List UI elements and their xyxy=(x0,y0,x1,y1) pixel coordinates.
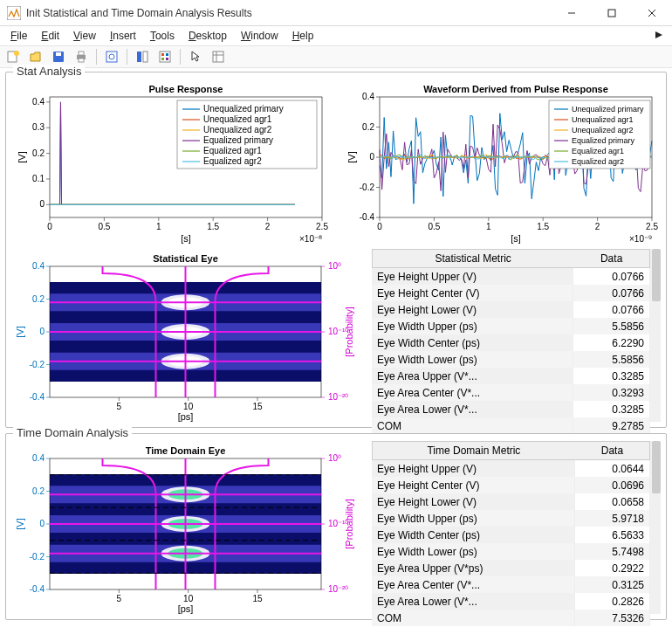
table-row[interactable]: Eye Height Center (V)0.0766 xyxy=(372,285,650,301)
time-table-scrollbar[interactable] xyxy=(652,441,661,493)
statistical-metrics-table[interactable]: Statistical Metric Data Eye Height Upper… xyxy=(372,249,661,422)
table-row[interactable]: Eye Height Lower (V)0.0658 xyxy=(372,493,650,510)
new-figure-icon[interactable] xyxy=(3,47,23,66)
svg-text:-0.2: -0.2 xyxy=(30,552,45,562)
pulse-response-chart[interactable]: Pulse Response[V][s]×10⁻⁸00.511.522.500.… xyxy=(11,79,334,247)
table-row[interactable]: Eye Width Upper (ps)5.9718 xyxy=(372,510,650,527)
stat-table-header-data[interactable]: Data xyxy=(573,249,650,268)
svg-rect-17 xyxy=(161,53,164,56)
svg-text:Equalized primary: Equalized primary xyxy=(203,135,273,145)
svg-text:-0.4: -0.4 xyxy=(360,212,375,222)
table-row[interactable]: Eye Width Lower (ps)5.5856 xyxy=(372,351,650,368)
svg-rect-16 xyxy=(160,52,170,62)
svg-text:Unequalized agr2: Unequalized agr2 xyxy=(203,125,272,134)
svg-text:[s]: [s] xyxy=(511,233,521,244)
svg-text:0.5: 0.5 xyxy=(428,222,440,231)
window-title: Init Statistical and Time Domain Analysi… xyxy=(26,7,552,19)
menu-window[interactable]: Window xyxy=(234,28,285,44)
svg-text:0: 0 xyxy=(39,199,45,209)
svg-text:[ps]: [ps] xyxy=(178,411,194,422)
svg-rect-15 xyxy=(143,52,147,62)
svg-rect-11 xyxy=(79,59,84,62)
svg-text:0: 0 xyxy=(39,519,45,528)
svg-text:Equalized agr2: Equalized agr2 xyxy=(572,157,624,166)
time-table-header-metric[interactable]: Time Domain Metric xyxy=(372,441,575,460)
svg-rect-21 xyxy=(213,52,223,62)
table-row[interactable]: Eye Width Center (ps)6.5633 xyxy=(372,527,650,543)
table-row[interactable]: Eye Area Lower (V*...0.3285 xyxy=(372,401,650,417)
svg-text:×10⁻⁹: ×10⁻⁹ xyxy=(629,234,652,244)
table-row[interactable]: Eye Height Lower (V)0.0766 xyxy=(372,301,650,318)
stat-table-scrollbar[interactable] xyxy=(652,249,661,301)
table-row[interactable]: Eye Area Lower (V*...0.2826 xyxy=(372,593,650,610)
svg-text:Equalized agr1: Equalized agr1 xyxy=(203,146,262,155)
svg-text:[V]: [V] xyxy=(346,151,357,162)
open-icon[interactable] xyxy=(26,47,45,66)
svg-text:Equalized primary: Equalized primary xyxy=(572,136,635,145)
svg-text:1: 1 xyxy=(156,222,161,231)
stat-analysis-title: Stat Analysis xyxy=(13,65,85,78)
svg-point-6 xyxy=(14,51,19,56)
table-row[interactable]: Eye Height Upper (V)0.0766 xyxy=(372,268,650,285)
save-icon[interactable] xyxy=(49,47,68,66)
svg-text:[ps]: [ps] xyxy=(178,603,194,614)
svg-text:10: 10 xyxy=(183,594,194,603)
time-domain-analysis-panel: Time Domain Analysis Time Domain Eye[V]-… xyxy=(5,433,667,620)
print-icon[interactable] xyxy=(72,47,91,66)
table-row[interactable]: Eye Area Upper (V*...0.3285 xyxy=(372,368,650,384)
svg-rect-12 xyxy=(106,52,117,62)
svg-rect-19 xyxy=(161,58,164,60)
menu-tools[interactable]: Tools xyxy=(143,28,182,44)
time-table-header-data[interactable]: Data xyxy=(575,441,650,460)
close-button[interactable] xyxy=(632,0,672,26)
menu-insert[interactable]: Insert xyxy=(103,28,143,44)
menu-file[interactable]: File xyxy=(3,28,34,44)
menu-desktop[interactable]: Desktop xyxy=(182,28,234,44)
waveform-chart[interactable]: Waveform Derived from Pulse Response[V][… xyxy=(341,79,664,247)
menu-edit[interactable]: Edit xyxy=(34,28,66,44)
statistical-eye-chart[interactable]: Statistical Eye[V]-0.4-0.200.20.4[Probab… xyxy=(11,249,365,422)
app-icon xyxy=(7,6,21,20)
svg-text:-0.2: -0.2 xyxy=(30,360,45,369)
plot-browser-icon[interactable] xyxy=(155,47,175,66)
table-row[interactable]: Eye Width Lower (ps)5.7498 xyxy=(372,543,650,560)
svg-rect-14 xyxy=(137,52,141,62)
svg-text:15: 15 xyxy=(252,402,263,411)
table-row[interactable]: COM7.5326 xyxy=(372,610,650,626)
svg-text:0.5: 0.5 xyxy=(98,222,110,231)
table-row[interactable]: Eye Width Center (ps)6.2290 xyxy=(372,334,650,351)
svg-text:2.5: 2.5 xyxy=(646,222,658,231)
svg-text:×10⁻⁸: ×10⁻⁸ xyxy=(299,234,322,244)
inspect-icon[interactable] xyxy=(209,47,228,66)
pointer-icon[interactable] xyxy=(186,47,205,66)
svg-text:10⁻²⁰: 10⁻²⁰ xyxy=(328,584,348,594)
menu-overflow-icon[interactable] xyxy=(649,28,669,44)
svg-rect-8 xyxy=(56,52,61,56)
svg-text:Waveform Derived from Pulse Re: Waveform Derived from Pulse Response xyxy=(423,84,608,94)
svg-text:10: 10 xyxy=(183,402,194,411)
menu-view[interactable]: View xyxy=(66,28,103,44)
table-row[interactable]: Eye Height Center (V)0.0696 xyxy=(372,477,650,493)
figure-palette-icon[interactable] xyxy=(133,47,152,66)
svg-rect-18 xyxy=(166,53,168,56)
table-row[interactable]: Eye Area Center (V*...0.3293 xyxy=(372,384,650,401)
time-domain-eye-chart[interactable]: Time Domain Eye[V]-0.4-0.200.20.4[Probab… xyxy=(11,441,365,614)
stat-table-header-metric[interactable]: Statistical Metric xyxy=(372,249,573,268)
time-domain-metrics-table[interactable]: Time Domain Metric Data Eye Height Upper… xyxy=(372,441,661,614)
svg-text:0.4: 0.4 xyxy=(32,453,45,463)
svg-text:10⁰: 10⁰ xyxy=(328,261,341,271)
table-row[interactable]: Eye Area Center (V*...0.3125 xyxy=(372,576,650,593)
svg-text:[s]: [s] xyxy=(181,233,191,244)
svg-text:0.3: 0.3 xyxy=(32,122,45,132)
maximize-button[interactable] xyxy=(592,0,632,26)
menu-bar: File Edit View Insert Tools Desktop Wind… xyxy=(0,26,672,45)
menu-help[interactable]: Help xyxy=(285,28,321,44)
table-row[interactable]: Eye Width Upper (ps)5.5856 xyxy=(372,318,650,334)
svg-text:5: 5 xyxy=(117,402,122,411)
table-row[interactable]: COM9.2785 xyxy=(372,417,650,434)
table-row[interactable]: Eye Area Upper (V*ps)0.2922 xyxy=(372,560,650,576)
table-row[interactable]: Eye Height Upper (V)0.0644 xyxy=(372,460,650,477)
minimize-button[interactable] xyxy=(552,0,592,26)
svg-text:10⁻²⁰: 10⁻²⁰ xyxy=(328,392,348,402)
zoom-in-icon[interactable] xyxy=(102,47,121,66)
